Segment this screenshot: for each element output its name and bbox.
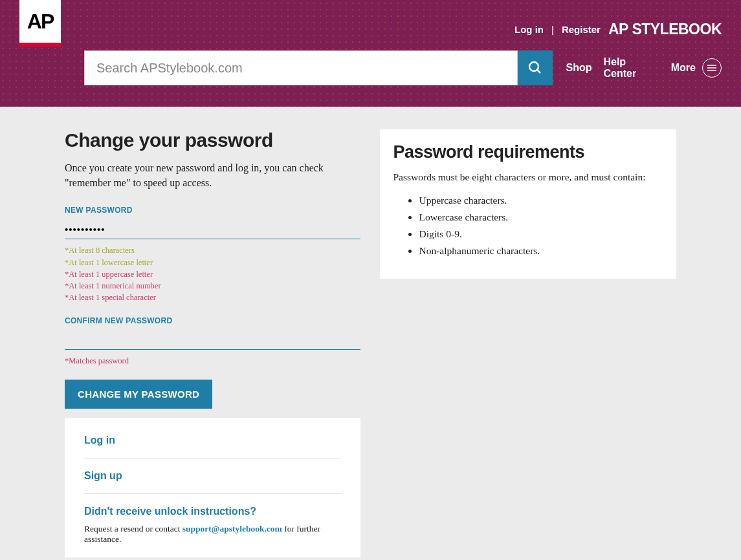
hint-length: *At least 8 characters [65, 244, 360, 256]
hint-special: *At least 1 special character [65, 292, 360, 303]
ap-logo[interactable]: AP [19, 0, 61, 47]
auth-links-box: Log in Sign up Didn't receive unlock ins… [65, 418, 360, 557]
login-box-link[interactable]: Log in [84, 435, 341, 446]
login-item: Log in [84, 423, 341, 458]
req-nonalpha: Non-alphanumeric characters. [419, 242, 663, 259]
hint-uppercase: *At least 1 uppercase letter [65, 268, 360, 280]
page-title: Change your password [65, 129, 360, 151]
confirm-hints: *Matches password [65, 355, 360, 367]
login-link[interactable]: Log in [514, 24, 544, 35]
confirm-password-label: CONFIRM NEW PASSWORD [65, 316, 360, 325]
req-digits: Digits 0-9. [419, 226, 663, 242]
register-link[interactable]: Register [562, 24, 601, 35]
hint-number: *At least 1 numerical number [65, 280, 360, 292]
hamburger-icon [702, 58, 722, 78]
confirm-password-input[interactable] [65, 329, 360, 350]
change-password-button[interactable]: CHANGE MY PASSWORD [65, 380, 212, 409]
header: AP Log in | Register AP STYLEBOOK Shop H… [0, 0, 741, 107]
unlock-box-link[interactable]: Didn't receive unlock instructions? [84, 506, 341, 517]
svg-point-0 [529, 62, 538, 71]
requirements-list: Uppercase characters. Lowercase characte… [393, 192, 663, 259]
nav-links: Shop Help Center More [566, 56, 722, 80]
search-button[interactable] [518, 50, 553, 85]
top-links: Log in | Register AP STYLEBOOK [514, 21, 722, 38]
hint-match: *Matches password [65, 355, 360, 367]
req-uppercase: Uppercase characters. [419, 192, 663, 209]
search-row: Shop Help Center More [84, 50, 722, 85]
req-lowercase: Lowercase characters. [419, 209, 663, 226]
unlock-subtext: Request a resend or contact support@apst… [84, 524, 341, 544]
requirements-title: Password requirements [393, 142, 663, 162]
help-center-link[interactable]: Help Center [603, 56, 659, 80]
ap-logo-bar [19, 43, 61, 47]
more-menu[interactable]: More [671, 58, 722, 78]
search-input[interactable] [84, 50, 518, 85]
ap-logo-text: AP [19, 0, 61, 43]
intro-text: Once you create your new password and lo… [65, 160, 360, 190]
signup-item: Sign up [84, 458, 341, 494]
signup-box-link[interactable]: Sign up [84, 470, 341, 482]
password-hints: *At least 8 characters *At least 1 lower… [65, 244, 360, 303]
requirements-intro: Passwords must be eight characters or mo… [393, 171, 663, 183]
main-container: Change your password Once you create you… [65, 107, 676, 560]
form-column: Change your password Once you create you… [65, 129, 360, 557]
divider: | [551, 24, 554, 35]
hint-lowercase: *At least 1 lowercase letter [65, 257, 360, 268]
unlock-prefix: Request a resend or contact [84, 524, 182, 533]
unlock-item: Didn't receive unlock instructions? Requ… [84, 494, 341, 544]
new-password-input[interactable] [65, 219, 360, 239]
requirements-panel: Password requirements Passwords must be … [380, 129, 676, 279]
brand-title: AP STYLEBOOK [608, 21, 722, 38]
shop-link[interactable]: Shop [566, 62, 592, 74]
search-icon [527, 60, 543, 76]
support-email-link[interactable]: support@apstylebook.com [182, 524, 282, 533]
more-label: More [671, 62, 696, 74]
svg-line-1 [537, 70, 540, 73]
search-box [84, 50, 553, 85]
new-password-label: NEW PASSWORD [65, 206, 360, 215]
